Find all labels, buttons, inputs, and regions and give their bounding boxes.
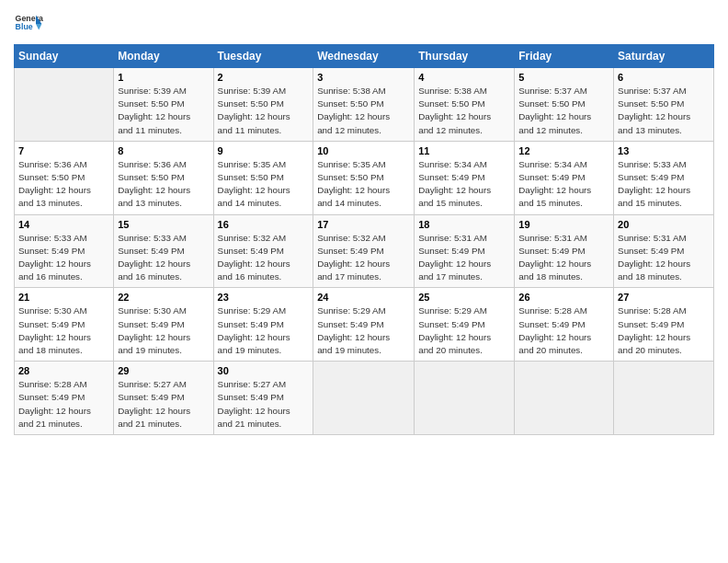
day-number: 12 — [518, 145, 609, 156]
calendar-week-row: 21Sunrise: 5:30 AM Sunset: 5:49 PM Dayli… — [15, 288, 714, 362]
day-detail: Sunrise: 5:29 AM Sunset: 5:49 PM Dayligh… — [418, 304, 510, 357]
day-number: 26 — [518, 292, 609, 303]
day-number: 25 — [418, 292, 510, 303]
calendar-cell: 22Sunrise: 5:30 AM Sunset: 5:49 PM Dayli… — [114, 288, 213, 362]
day-detail: Sunrise: 5:28 AM Sunset: 5:49 PM Dayligh… — [618, 304, 710, 357]
calendar-cell: 13Sunrise: 5:33 AM Sunset: 5:49 PM Dayli… — [614, 141, 714, 214]
day-detail: Sunrise: 5:32 AM Sunset: 5:49 PM Dayligh… — [218, 232, 310, 284]
day-detail: Sunrise: 5:30 AM Sunset: 5:49 PM Dayligh… — [118, 304, 209, 357]
day-detail: Sunrise: 5:35 AM Sunset: 5:50 PM Dayligh… — [317, 158, 410, 211]
day-detail: Sunrise: 5:33 AM Sunset: 5:49 PM Dayligh… — [618, 158, 710, 211]
column-header-wednesday: Wednesday — [313, 45, 415, 68]
day-number: 10 — [317, 145, 410, 156]
day-number: 7 — [18, 145, 109, 156]
calendar-cell — [614, 362, 714, 435]
day-detail: Sunrise: 5:38 AM Sunset: 5:50 PM Dayligh… — [418, 85, 510, 137]
day-number: 13 — [618, 145, 710, 156]
day-number: 20 — [618, 219, 710, 230]
day-detail: Sunrise: 5:37 AM Sunset: 5:50 PM Dayligh… — [518, 85, 609, 137]
day-number: 6 — [618, 72, 710, 83]
day-detail: Sunrise: 5:27 AM Sunset: 5:49 PM Dayligh… — [118, 378, 209, 431]
calendar-cell: 2Sunrise: 5:39 AM Sunset: 5:50 PM Daylig… — [213, 68, 313, 142]
calendar-cell: 24Sunrise: 5:29 AM Sunset: 5:49 PM Dayli… — [313, 288, 415, 362]
calendar-cell: 7Sunrise: 5:36 AM Sunset: 5:50 PM Daylig… — [15, 141, 114, 214]
day-detail: Sunrise: 5:35 AM Sunset: 5:50 PM Dayligh… — [218, 158, 310, 211]
day-number: 17 — [317, 219, 410, 230]
calendar-cell: 26Sunrise: 5:28 AM Sunset: 5:49 PM Dayli… — [515, 288, 614, 362]
calendar-cell: 1Sunrise: 5:39 AM Sunset: 5:50 PM Daylig… — [114, 68, 213, 142]
day-detail: Sunrise: 5:29 AM Sunset: 5:49 PM Dayligh… — [218, 304, 310, 357]
calendar-cell: 20Sunrise: 5:31 AM Sunset: 5:49 PM Dayli… — [614, 214, 714, 288]
day-detail: Sunrise: 5:37 AM Sunset: 5:50 PM Dayligh… — [618, 85, 710, 137]
day-number: 8 — [118, 145, 209, 156]
day-number: 5 — [518, 72, 609, 83]
day-detail: Sunrise: 5:38 AM Sunset: 5:50 PM Dayligh… — [317, 85, 410, 137]
day-detail: Sunrise: 5:28 AM Sunset: 5:49 PM Dayligh… — [18, 378, 109, 431]
calendar-cell: 8Sunrise: 5:36 AM Sunset: 5:50 PM Daylig… — [114, 141, 213, 214]
calendar-week-row: 7Sunrise: 5:36 AM Sunset: 5:50 PM Daylig… — [15, 141, 714, 214]
day-number: 11 — [418, 145, 510, 156]
calendar-cell: 12Sunrise: 5:34 AM Sunset: 5:49 PM Dayli… — [515, 141, 614, 214]
calendar-cell — [313, 362, 415, 435]
calendar-cell: 28Sunrise: 5:28 AM Sunset: 5:49 PM Dayli… — [15, 362, 114, 435]
day-number: 15 — [118, 219, 209, 230]
day-detail: Sunrise: 5:27 AM Sunset: 5:49 PM Dayligh… — [218, 378, 310, 431]
logo-icon: General Blue — [14, 9, 43, 39]
day-detail: Sunrise: 5:31 AM Sunset: 5:49 PM Dayligh… — [518, 232, 609, 284]
calendar-cell: 3Sunrise: 5:38 AM Sunset: 5:50 PM Daylig… — [313, 68, 415, 142]
calendar-cell: 4Sunrise: 5:38 AM Sunset: 5:50 PM Daylig… — [415, 68, 515, 142]
calendar-cell: 27Sunrise: 5:28 AM Sunset: 5:49 PM Dayli… — [614, 288, 714, 362]
calendar-cell: 21Sunrise: 5:30 AM Sunset: 5:49 PM Dayli… — [15, 288, 114, 362]
day-detail: Sunrise: 5:32 AM Sunset: 5:49 PM Dayligh… — [317, 232, 410, 284]
day-number: 9 — [218, 145, 310, 156]
column-header-thursday: Thursday — [415, 45, 515, 68]
column-header-friday: Friday — [515, 45, 614, 68]
calendar-cell: 15Sunrise: 5:33 AM Sunset: 5:49 PM Dayli… — [114, 214, 213, 288]
column-header-tuesday: Tuesday — [213, 45, 313, 68]
calendar-cell: 29Sunrise: 5:27 AM Sunset: 5:49 PM Dayli… — [114, 362, 213, 435]
day-number: 27 — [618, 292, 710, 303]
day-detail: Sunrise: 5:33 AM Sunset: 5:49 PM Dayligh… — [18, 232, 109, 284]
day-detail: Sunrise: 5:31 AM Sunset: 5:49 PM Dayligh… — [418, 232, 510, 284]
header: General Blue — [14, 9, 714, 39]
day-number: 22 — [118, 292, 209, 303]
day-number: 4 — [418, 72, 510, 83]
calendar-cell: 5Sunrise: 5:37 AM Sunset: 5:50 PM Daylig… — [515, 68, 614, 142]
day-detail: Sunrise: 5:34 AM Sunset: 5:49 PM Dayligh… — [418, 158, 510, 211]
day-detail: Sunrise: 5:31 AM Sunset: 5:49 PM Dayligh… — [618, 232, 710, 284]
day-number: 3 — [317, 72, 410, 83]
calendar-cell — [15, 68, 114, 142]
day-number: 14 — [18, 219, 109, 230]
svg-marker-3 — [36, 24, 41, 29]
column-header-saturday: Saturday — [614, 45, 714, 68]
day-number: 16 — [218, 219, 310, 230]
calendar-cell: 11Sunrise: 5:34 AM Sunset: 5:49 PM Dayli… — [415, 141, 515, 214]
day-detail: Sunrise: 5:36 AM Sunset: 5:50 PM Dayligh… — [118, 158, 209, 211]
day-number: 23 — [218, 292, 310, 303]
calendar-cell: 25Sunrise: 5:29 AM Sunset: 5:49 PM Dayli… — [415, 288, 515, 362]
logo: General Blue — [14, 9, 43, 39]
day-detail: Sunrise: 5:33 AM Sunset: 5:49 PM Dayligh… — [118, 232, 209, 284]
day-number: 24 — [317, 292, 410, 303]
calendar-cell: 17Sunrise: 5:32 AM Sunset: 5:49 PM Dayli… — [313, 214, 415, 288]
day-detail: Sunrise: 5:36 AM Sunset: 5:50 PM Dayligh… — [18, 158, 109, 211]
calendar-week-row: 14Sunrise: 5:33 AM Sunset: 5:49 PM Dayli… — [15, 214, 714, 288]
calendar-cell: 18Sunrise: 5:31 AM Sunset: 5:49 PM Dayli… — [415, 214, 515, 288]
day-number: 2 — [218, 72, 310, 83]
day-detail: Sunrise: 5:39 AM Sunset: 5:50 PM Dayligh… — [218, 85, 310, 137]
calendar-cell: 9Sunrise: 5:35 AM Sunset: 5:50 PM Daylig… — [213, 141, 313, 214]
day-number: 29 — [118, 365, 209, 376]
calendar-week-row: 1Sunrise: 5:39 AM Sunset: 5:50 PM Daylig… — [15, 68, 714, 142]
calendar-cell — [415, 362, 515, 435]
calendar-cell: 10Sunrise: 5:35 AM Sunset: 5:50 PM Dayli… — [313, 141, 415, 214]
day-number: 18 — [418, 219, 510, 230]
column-header-monday: Monday — [114, 45, 213, 68]
day-number: 19 — [518, 219, 609, 230]
column-header-sunday: Sunday — [15, 45, 114, 68]
calendar-cell: 19Sunrise: 5:31 AM Sunset: 5:49 PM Dayli… — [515, 214, 614, 288]
calendar-cell: 16Sunrise: 5:32 AM Sunset: 5:49 PM Dayli… — [213, 214, 313, 288]
day-number: 1 — [118, 72, 209, 83]
calendar-cell: 14Sunrise: 5:33 AM Sunset: 5:49 PM Dayli… — [15, 214, 114, 288]
calendar-table: SundayMondayTuesdayWednesdayThursdayFrid… — [14, 44, 714, 435]
svg-text:Blue: Blue — [16, 22, 33, 31]
